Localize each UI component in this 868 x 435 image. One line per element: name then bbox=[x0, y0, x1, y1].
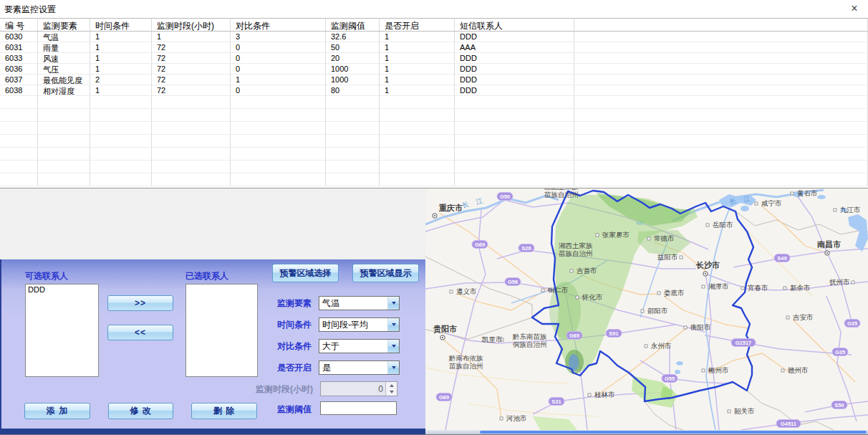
table-cell bbox=[574, 161, 868, 173]
table-cell bbox=[455, 96, 574, 108]
road-shield-label: G1517 bbox=[736, 340, 752, 346]
chevron-down-icon[interactable] bbox=[387, 340, 399, 353]
modify-button[interactable]: 修 改 bbox=[108, 403, 173, 419]
city-label: 益阳市 bbox=[657, 253, 678, 261]
enabled-select-value: 是 bbox=[319, 362, 387, 374]
city-marker bbox=[834, 209, 836, 211]
warning-area-display-button[interactable]: 预警区域显示 bbox=[352, 264, 419, 282]
available-contacts-list[interactable]: DDD bbox=[25, 284, 99, 377]
table-row[interactable]: 6037最低能见度272110001DDD bbox=[0, 75, 868, 85]
table-cell bbox=[0, 161, 38, 173]
city-label: 九江市 bbox=[840, 206, 861, 214]
city-label: 重庆市 bbox=[438, 204, 463, 212]
table-cell bbox=[152, 135, 231, 147]
table-cell: 1000 bbox=[326, 75, 380, 85]
table-cell bbox=[574, 42, 868, 52]
add-button[interactable]: 添 加 bbox=[24, 403, 90, 419]
time-condition-label: 时间条件 bbox=[226, 319, 312, 331]
move-right-button[interactable]: >> bbox=[107, 295, 173, 311]
table-cell bbox=[38, 109, 90, 121]
table-cell bbox=[90, 135, 152, 147]
city-marker bbox=[783, 287, 786, 290]
time-condition-select[interactable]: 时间段-平均 bbox=[319, 317, 400, 332]
table-cell bbox=[380, 148, 455, 160]
region-label: 湘西土家族 bbox=[559, 242, 593, 249]
map-horizontal-scrollbar[interactable] bbox=[425, 430, 868, 434]
city-marker bbox=[500, 417, 503, 420]
element-select[interactable]: 气温 bbox=[319, 296, 400, 310]
city-label: 新余市 bbox=[790, 284, 811, 292]
map-view[interactable]: 重庆市遵义市张家界市吉首市怀化市铜仁市常德市益阳市岳阳市长沙市湘潭市娄底市邵阳市… bbox=[425, 188, 868, 430]
table-row[interactable]: 6031雨量1720501AAA bbox=[0, 42, 868, 53]
table-cell bbox=[455, 109, 574, 121]
table-cell bbox=[90, 96, 152, 108]
column-header: 监测时段(小时) bbox=[152, 19, 231, 31]
city-label: 抚州市 bbox=[829, 278, 850, 286]
table-cell bbox=[231, 109, 326, 121]
enabled-select[interactable]: 是 bbox=[319, 360, 400, 375]
column-header: 监测阈值 bbox=[326, 19, 380, 31]
table-cell bbox=[574, 148, 868, 160]
table-cell: DDD bbox=[455, 75, 574, 85]
table-row[interactable]: 6033风速1720201DDD bbox=[0, 53, 868, 64]
period-spinner-value: 0 bbox=[321, 384, 385, 394]
table-cell bbox=[455, 122, 574, 134]
table-cell: 相对湿度 bbox=[38, 85, 90, 95]
chevron-down-icon[interactable] bbox=[387, 361, 399, 374]
move-left-button[interactable]: << bbox=[107, 325, 173, 340]
table-cell bbox=[0, 96, 38, 108]
table-row[interactable]: 6030气温11332.61DDD bbox=[0, 32, 868, 42]
table-cell bbox=[0, 109, 38, 121]
table-cell: 1 bbox=[90, 53, 152, 63]
table-cell: 72 bbox=[152, 75, 231, 85]
table-cell: 6038 bbox=[0, 85, 38, 95]
table-cell bbox=[0, 173, 38, 186]
close-icon[interactable]: × bbox=[847, 1, 862, 16]
table-row[interactable]: 6036气压172010001DDD bbox=[0, 64, 868, 75]
city-label: 岳阳市 bbox=[712, 221, 733, 229]
chevron-down-icon[interactable] bbox=[387, 297, 399, 310]
road-shield-label: S50 bbox=[834, 402, 844, 408]
table-cell: AAA bbox=[455, 42, 574, 52]
table-cell bbox=[90, 122, 152, 134]
city-label: 宜春市 bbox=[748, 284, 768, 292]
delete-button[interactable]: 删 除 bbox=[191, 403, 257, 419]
table-cell: 1 bbox=[380, 53, 455, 63]
column-header: 时间条件 bbox=[90, 19, 152, 31]
table-cell bbox=[380, 135, 455, 147]
chevron-down-icon[interactable] bbox=[387, 318, 399, 331]
table-cell bbox=[574, 64, 868, 74]
table-cell bbox=[574, 135, 868, 147]
city-marker bbox=[647, 237, 650, 240]
city-marker bbox=[791, 192, 794, 195]
city-marker bbox=[781, 369, 784, 372]
table-cell bbox=[152, 173, 231, 186]
threshold-input[interactable] bbox=[320, 401, 397, 415]
road-shield-label: G69 bbox=[439, 394, 449, 401]
window-title: 要素监控设置 bbox=[4, 4, 56, 16]
map-scrollbar-thumb[interactable] bbox=[480, 431, 867, 434]
compare-condition-select[interactable]: 大于 bbox=[319, 339, 400, 353]
table-cell bbox=[90, 148, 152, 160]
table-cell: 0 bbox=[231, 85, 326, 95]
province-map[interactable]: 重庆市遵义市张家界市吉首市怀化市铜仁市常德市益阳市岳阳市长沙市湘潭市娄底市邵阳市… bbox=[425, 188, 868, 430]
table-cell: 1 bbox=[152, 32, 231, 42]
list-item[interactable]: DDD bbox=[28, 285, 98, 295]
table-cell bbox=[574, 32, 868, 42]
spacer-area bbox=[0, 188, 425, 259]
city-label: 遵义市 bbox=[456, 287, 477, 295]
table-cell bbox=[0, 148, 38, 160]
city-dot-core bbox=[826, 252, 828, 254]
city-marker bbox=[570, 269, 573, 272]
city-marker bbox=[755, 202, 758, 205]
city-label: 韶关市 bbox=[734, 407, 755, 415]
warning-area-select-button[interactable]: 预警区域选择 bbox=[272, 264, 339, 282]
city-marker bbox=[576, 296, 579, 299]
table-cell: 最低能见度 bbox=[38, 75, 90, 85]
city-label: 咸宁市 bbox=[761, 199, 782, 207]
table-cell bbox=[326, 96, 380, 108]
city-label: 衡阳市 bbox=[690, 323, 711, 331]
column-header: 是否开启 bbox=[380, 19, 455, 31]
table-row[interactable]: 6038相对湿度1720801DDD bbox=[0, 85, 868, 96]
monitor-rules-table[interactable]: 编 号监测要素时间条件监测时段(小时)对比条件监测阈值是否开启短信联系人6030… bbox=[0, 18, 868, 188]
